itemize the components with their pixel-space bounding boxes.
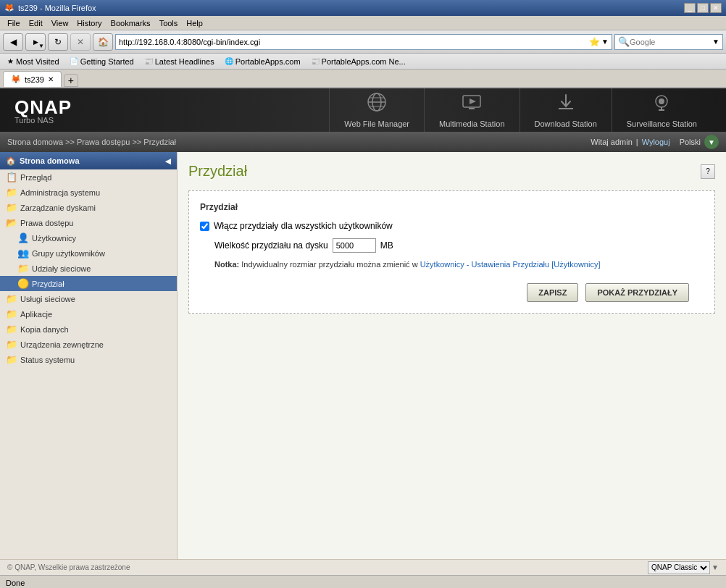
news-icon: 📰 <box>144 57 153 65</box>
page-title-row: Przydział ? <box>188 163 715 180</box>
sidebar-item-kopia[interactable]: 📁 Kopia danych <box>0 322 177 337</box>
sidebar-item-label: Usługi sieciowe <box>20 295 75 303</box>
bookmark-label: PortableApps.com <box>235 57 301 66</box>
note-row: Notka: Indywidualny rozmiar przydziału m… <box>200 260 704 269</box>
menu-help[interactable]: Help <box>182 19 207 28</box>
multimedia-station-icon <box>462 92 482 117</box>
enable-quota-label: Włącz przydziały dla wszystkich użytkown… <box>214 221 393 231</box>
svg-point-10 <box>659 98 664 104</box>
welcome-text: Witaj admin <box>591 138 632 146</box>
close-button[interactable]: ✕ <box>710 3 722 13</box>
nav-web-file-manager[interactable]: Web File Manager <box>329 88 424 132</box>
tab-bar: 🦊 ts239 ✕ + <box>0 70 726 88</box>
menu-history[interactable]: History <box>72 19 106 28</box>
sidebar-item-label: Grupy użytkowników <box>32 249 105 258</box>
sidebar: 🏠 Strona domowa ◀ 📋 Przegląd 📁 Administr… <box>0 152 178 559</box>
sidebar-item-label: Przydział <box>32 280 64 288</box>
theme-selector: QNAP Classic ▼ <box>648 561 719 574</box>
sidebar-item-udzialy[interactable]: 📁 Udziały sieciowe <box>0 261 177 276</box>
sidebar-item-administracja[interactable]: 📁 Administracja systemu <box>0 185 177 200</box>
breadcrumb: Strona domowa >> Prawa dostępu >> Przydz… <box>7 138 176 146</box>
browser-toolbar: ◀ ▶ ▼ ↻ ✕ 🏠 http://192.168.0.4:8080/cgi-… <box>0 30 726 54</box>
sidebar-item-uslugi[interactable]: 📁 Usługi sieciowe <box>0 291 177 306</box>
show-quotas-button[interactable]: POKAŻ PRZYDZIAŁY <box>585 283 689 302</box>
breadcrumb-text: Strona domowa >> Prawa dostępu >> Przydz… <box>7 138 176 146</box>
browser-statusbar: Done <box>0 575 726 588</box>
search-input[interactable] <box>630 38 712 46</box>
bookmark-label: Latest Headlines <box>155 57 214 66</box>
tab-ts239[interactable]: 🦊 ts239 ✕ <box>3 71 62 87</box>
window-title: ts239 - Mozilla Firefox <box>18 4 684 12</box>
address-input[interactable]: http://192.168.0.4:8080/cgi-bin/index.cg… <box>119 38 589 46</box>
help-icon[interactable]: ? <box>701 164 715 179</box>
enable-quota-checkbox[interactable] <box>200 222 209 231</box>
sidebar-item-aplikacje[interactable]: 📁 Aplikacje <box>0 306 177 322</box>
disk-size-input[interactable] <box>333 238 376 253</box>
address-bar[interactable]: http://192.168.0.4:8080/cgi-bin/index.cg… <box>115 34 612 50</box>
lang-text: Polski <box>680 138 701 146</box>
search-bar[interactable]: 🔍 ▼ <box>614 34 723 50</box>
lang-button[interactable]: ▼ <box>704 135 719 149</box>
main-panel: Przydział ? Przydział Włącz przydziały d… <box>178 152 726 559</box>
note-text: Indywidualny rozmiar przydziału można zm… <box>241 260 420 269</box>
bookmark-headlines[interactable]: 📰 Latest Headlines <box>140 55 219 68</box>
folder-icon-7: 📁 <box>6 339 17 350</box>
nav-surveillance-station-label: Surveillance Station <box>627 119 697 128</box>
button-row: ZAPISZ POKAŻ PRZYDZIAŁY <box>200 283 704 302</box>
bookmark-label: Most Visited <box>16 57 59 66</box>
home-icon: 🏠 <box>6 156 16 166</box>
folder-icon-2: 📁 <box>6 202 17 213</box>
bookmark-most-visited[interactable]: ★ Most Visited <box>3 55 64 68</box>
new-tab-button[interactable]: + <box>64 74 78 87</box>
sidebar-item-label: Użytkownicy <box>32 234 76 243</box>
sidebar-collapse-icon[interactable]: ◀ <box>165 157 171 165</box>
stop-button[interactable]: ✕ <box>70 33 91 51</box>
bookmark-getting-started[interactable]: 📄 Getting Started <box>65 55 138 68</box>
qnap-footer: © QNAP, Wszelkie prawa zastrzeżone QNAP … <box>0 559 726 575</box>
svg-marker-6 <box>470 98 476 104</box>
note-link-users[interactable]: Użytkownicy - Ustawienia Przydziału <box>420 260 550 269</box>
group-icon: 👥 <box>17 248 29 259</box>
status-text: Done <box>6 579 25 587</box>
qnap-header: QNAP Turbo NAS Web File Manager <box>0 88 726 132</box>
back-button[interactable]: ◀ <box>3 33 23 51</box>
firefox-icon: 🦊 <box>4 3 14 13</box>
note-link-bracket[interactable]: [Użytkownicy] <box>551 260 600 269</box>
bookmark-portableapps-ne[interactable]: 📰 PortableApps.com Ne... <box>306 55 410 68</box>
list-icon: 📋 <box>6 172 17 182</box>
sidebar-item-uzytkownicy[interactable]: 👤 Użytkownicy <box>0 230 177 245</box>
menu-file[interactable]: File <box>3 19 25 28</box>
sidebar-item-dyski[interactable]: 📁 Zarządzanie dyskami <box>0 200 177 215</box>
reload-button[interactable]: ↻ <box>48 33 68 51</box>
nav-surveillance-station[interactable]: Surveillance Station <box>612 88 712 132</box>
menu-tools[interactable]: Tools <box>155 19 183 28</box>
save-button[interactable]: ZAPISZ <box>527 283 578 302</box>
sidebar-item-label: Kopia danych <box>20 325 69 334</box>
header-right: Witaj admin | Wyloguj Polski ▼ <box>591 135 719 149</box>
nav-download-station[interactable]: Download Station <box>520 88 612 132</box>
sidebar-item-label: Prawa dostępu <box>20 219 73 227</box>
theme-select[interactable]: QNAP Classic <box>648 561 710 574</box>
sidebar-item-prawa[interactable]: 📂 Prawa dostępu <box>0 215 177 230</box>
menu-edit[interactable]: Edit <box>25 19 47 28</box>
window-controls[interactable]: _ □ ✕ <box>684 3 722 13</box>
sidebar-item-przeglad[interactable]: 📋 Przegląd <box>0 169 177 185</box>
sidebar-item-status[interactable]: 📁 Status systemu <box>0 352 177 367</box>
nav-multimedia-station[interactable]: Multimedia Station <box>424 88 520 132</box>
sidebar-item-grupy[interactable]: 👥 Grupy użytkowników <box>0 245 177 261</box>
minimize-button[interactable]: _ <box>684 3 696 13</box>
qnap-body: 🏠 Strona domowa ◀ 📋 Przegląd 📁 Administr… <box>0 152 726 559</box>
page-icon: 📄 <box>70 57 78 65</box>
maximize-button[interactable]: □ <box>697 3 709 13</box>
forward-button[interactable]: ▶ ▼ <box>25 33 46 51</box>
home-button[interactable]: 🏠 <box>93 33 113 51</box>
sidebar-item-urzadzenia[interactable]: 📁 Urządzenia zewnętrzne <box>0 337 177 352</box>
sidebar-home[interactable]: 🏠 Strona domowa ◀ <box>0 152 177 169</box>
sidebar-item-label: Administracja systemu <box>20 188 100 197</box>
logout-link[interactable]: Wyloguj <box>642 138 670 146</box>
menu-bookmarks[interactable]: Bookmarks <box>107 19 155 28</box>
bookmark-portableapps[interactable]: 🌐 PortableApps.com <box>220 55 305 68</box>
menu-view[interactable]: View <box>47 19 73 28</box>
sidebar-item-przydział[interactable]: 🟡 Przydział <box>0 276 177 291</box>
user-icon: 👤 <box>17 232 29 243</box>
